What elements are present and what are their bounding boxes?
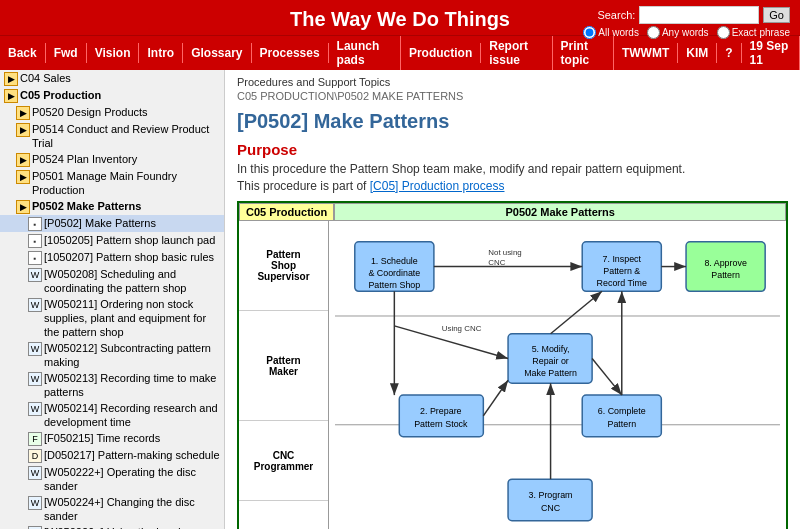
arrow-2-to-5 [483,380,508,416]
sidebar-label-14: [W050214] Recording research and develop… [44,401,222,429]
diagram-container: C05 Production P0502 Make Patterns Patte… [237,201,788,529]
breadcrumb-path: C05 PRODUCTION\P0502 MAKE PATTERNS [237,90,788,102]
box-2-label: 2. Prepare [420,406,462,416]
diagram-header: C05 Production P0502 Make Patterns [239,203,786,221]
sidebar-item-13[interactable]: W[W050213] Recording time to make patter… [0,370,224,400]
diagram-header-c05: C05 Production [239,203,334,221]
sidebar-item-15[interactable]: F[F050215] Time records [0,430,224,447]
nav-kim[interactable]: KIM [678,43,717,63]
option-all-words[interactable]: All words [583,26,639,39]
option-any-words[interactable]: Any words [647,26,709,39]
main-layout: ▶C04 Sales▶C05 Production▶P0520 Design P… [0,70,800,529]
sidebar-item-14[interactable]: W[W050214] Recording research and develo… [0,400,224,430]
box-7-label: 7. Inspect [603,254,642,264]
nav-processes[interactable]: Processes [252,43,329,63]
sidebar-label-6: P0502 Make Patterns [32,199,141,213]
sidebar-item-3[interactable]: ▶P0514 Conduct and Review Product Trial [0,121,224,151]
flow-diagram-svg: 1. Schedule & Coordinate Pattern Shop 7.… [335,227,780,529]
nav-report-issue[interactable]: Report issue [481,36,552,70]
swim-label-supervisor: PatternShopSupervisor [239,221,328,311]
sidebar-icon-15: F [28,432,42,446]
search-label: Search: [597,9,635,21]
sidebar-icon-9: ▪ [28,251,42,265]
sidebar-label-19: [W050226+] Using the band saw [44,525,203,529]
sidebar-item-10[interactable]: W[W050208] Scheduling and coordinating t… [0,266,224,296]
nav-launchpads[interactable]: Launch pads [329,36,401,70]
sidebar-label-0: C04 Sales [20,71,71,85]
box-5-label: 5. Modify, [532,344,570,354]
sidebar-item-5[interactable]: ▶P0501 Manage Main Foundry Production [0,168,224,198]
arrow-5-to-6 [592,359,622,396]
sidebar-item-18[interactable]: W[W050224+] Changing the disc sander [0,494,224,524]
nav-intro[interactable]: Intro [139,43,183,63]
page-title-section: [P0502] Make Patterns [237,110,788,133]
box-2-label2: Pattern Stock [414,419,468,429]
diagram-labels: PatternShopSupervisor PatternMaker CNCPr… [239,221,329,529]
process-link: This procedure is part of [C05] Producti… [237,179,788,193]
sidebar-icon-2: ▶ [16,106,30,120]
sidebar-label-9: [1050207] Pattern shop basic rules [44,250,214,264]
diagram-body: PatternShopSupervisor PatternMaker CNCPr… [239,221,786,529]
sidebar-item-12[interactable]: W[W050212] Subcontracting pattern making [0,340,224,370]
nav-print-topic[interactable]: Print topic [553,36,614,70]
sidebar-item-0[interactable]: ▶C04 Sales [0,70,224,87]
sidebar-icon-11: W [28,298,42,312]
sidebar-item-2[interactable]: ▶P0520 Design Products [0,104,224,121]
using-cnc-label: Using CNC [442,324,482,333]
search-input[interactable] [639,6,759,24]
swim-label-maker: PatternMaker [239,311,328,421]
sidebar-icon-0: ▶ [4,72,18,86]
box-3-label: 3. Program [529,490,573,500]
sidebar-item-17[interactable]: W[W050222+] Operating the disc sander [0,464,224,494]
box-6-label2: Pattern [607,419,636,429]
nav-help[interactable]: ? [717,43,741,63]
sidebar-item-4[interactable]: ▶P0524 Plan Inventory [0,151,224,168]
sidebar-label-5: P0501 Manage Main Foundry Production [32,169,222,197]
nav-date: 19 Sep 11 [742,36,800,70]
sidebar-label-17: [W050222+] Operating the disc sander [44,465,222,493]
box-7-label2: Pattern & [603,266,640,276]
sidebar-icon-10: W [28,268,42,282]
sidebar-item-8[interactable]: ▪[1050205] Pattern shop launch pad [0,232,224,249]
sidebar-item-7[interactable]: ▪[P0502] Make Patterns [0,215,224,232]
sidebar-label-18: [W050224+] Changing the disc sander [44,495,222,523]
arrow-5-to-7 [551,291,602,334]
sidebar-icon-18: W [28,496,42,510]
nav-glossary[interactable]: Glossary [183,43,251,63]
sidebar-label-8: [1050205] Pattern shop launch pad [44,233,215,247]
sidebar-label-4: P0524 Plan Inventory [32,152,137,166]
sidebar-icon-12: W [28,342,42,356]
nav-back[interactable]: Back [0,43,46,63]
box-1-label3: Pattern Shop [368,280,420,290]
nav-fwd[interactable]: Fwd [46,43,87,63]
search-go-button[interactable]: Go [763,7,790,23]
box-3-label2: CNC [541,503,561,513]
not-using-cnc-label: Not using [488,248,521,257]
process-link-anchor[interactable]: [C05] Production process [370,179,505,193]
sidebar-item-19[interactable]: W[W050226+] Using the band saw [0,524,224,529]
box-7-label3: Record Time [597,278,647,288]
diagram-header-p0502: P0502 Make Patterns [334,203,786,221]
sidebar-icon-8: ▪ [28,234,42,248]
nav-vision[interactable]: Vision [87,43,140,63]
sidebar-icon-16: D [28,449,42,463]
nav-twwmt[interactable]: TWWMT [614,43,678,63]
sidebar-icon-14: W [28,402,42,416]
purpose-heading: Purpose [237,141,788,158]
sidebar-item-11[interactable]: W[W050211] Ordering non stock supplies, … [0,296,224,340]
sidebar-item-16[interactable]: D[D050217] Pattern-making schedule [0,447,224,464]
option-exact-phrase[interactable]: Exact phrase [717,26,790,39]
swim-label-cnc: CNCProgrammer [239,421,328,501]
box-8-label2: Pattern [711,270,740,280]
search-options: All words Any words Exact phrase [583,26,790,39]
sidebar-label-11: [W050211] Ordering non stock supplies, p… [44,297,222,339]
sidebar-item-6[interactable]: ▶P0502 Make Patterns [0,198,224,215]
sidebar-item-9[interactable]: ▪[1050207] Pattern shop basic rules [0,249,224,266]
sidebar-icon-13: W [28,372,42,386]
sidebar-label-3: P0514 Conduct and Review Product Trial [32,122,222,150]
box-6-label: 6. Complete [598,406,646,416]
diagram-flow: 1. Schedule & Coordinate Pattern Shop 7.… [329,221,786,529]
sidebar-item-1[interactable]: ▶C05 Production [0,87,224,104]
nav-production[interactable]: Production [401,43,481,63]
box-1-label: 1. Schedule [371,256,418,266]
